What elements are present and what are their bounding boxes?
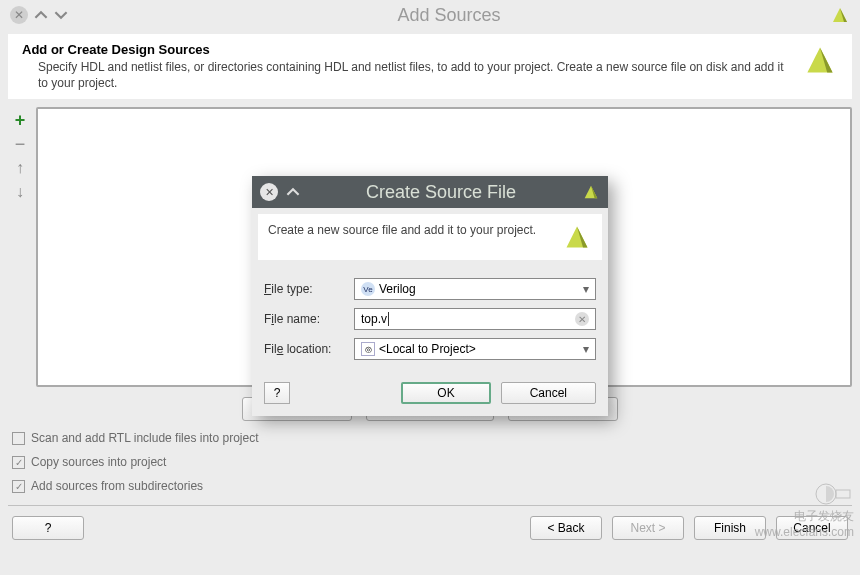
copy-checkbox-row[interactable]: ✓ Copy sources into project [12,455,848,469]
vendor-logo-icon [562,222,592,252]
watermark-line2: www.elecfans.com [755,525,854,539]
dropdown-arrow-icon: ▾ [583,342,589,356]
svg-rect-1 [836,490,850,498]
dropdown-arrow-icon: ▾ [583,282,589,296]
info-heading: Add or Create Design Sources [22,42,792,57]
footer-bar: ? < Back Next > Finish Cancel [0,506,860,550]
add-icon[interactable]: + [11,111,29,129]
file-name-value: top.v [361,312,389,326]
modal-title: Create Source File [308,182,574,203]
window-close-icon[interactable]: ✕ [10,6,28,24]
file-location-dropdown[interactable]: ◎ <Local to Project> ▾ [354,338,596,360]
chevron-up-icon[interactable] [34,8,48,22]
scan-checkbox-row[interactable]: Scan and add RTL include files into proj… [12,431,848,445]
app-logo-icon [830,5,850,25]
copy-label: Copy sources into project [31,455,166,469]
modal-close-icon[interactable]: ✕ [260,183,278,201]
next-button: Next > [612,516,684,540]
subdir-label: Add sources from subdirectories [31,479,203,493]
help-button[interactable]: ? [12,516,84,540]
title-bar: ✕ Add Sources [0,0,860,30]
file-type-value: Verilog [379,282,416,296]
vendor-logo-icon [582,183,600,201]
chevron-down-icon[interactable] [54,8,68,22]
vendor-logo-icon [802,42,838,78]
chevron-up-icon[interactable] [286,185,300,199]
file-type-label: File type: [264,282,354,296]
subdir-checkbox-row[interactable]: ✓ Add sources from subdirectories [12,479,848,493]
verilog-icon: Ve [361,282,375,296]
move-up-icon[interactable]: ↑ [11,159,29,177]
file-name-label: File name: [264,312,354,326]
remove-icon[interactable]: − [11,135,29,153]
create-source-modal: ✕ Create Source File Create a new source… [252,176,608,416]
watermark: 电子发烧友 www.elecfans.com [755,482,854,539]
modal-description: Create a new source file and add it to y… [268,222,562,252]
checkbox-checked-icon[interactable]: ✓ [12,480,25,493]
file-type-dropdown[interactable]: Ve Verilog ▾ [354,278,596,300]
modal-cancel-button[interactable]: Cancel [501,382,596,404]
folder-icon: ◎ [361,342,375,356]
modal-help-button[interactable]: ? [264,382,290,404]
ok-button[interactable]: OK [401,382,490,404]
file-name-input[interactable]: top.v ✕ [354,308,596,330]
back-button[interactable]: < Back [530,516,602,540]
scan-label: Scan and add RTL include files into proj… [31,431,258,445]
watermark-line1: 电子发烧友 [794,508,854,525]
info-panel: Add or Create Design Sources Specify HDL… [8,34,852,99]
window-title: Add Sources [68,5,830,26]
info-description: Specify HDL and netlist files, or direct… [22,59,792,91]
side-toolbar: + − ↑ ↓ [8,107,32,387]
checkbox-checked-icon[interactable]: ✓ [12,456,25,469]
file-location-value: <Local to Project> [379,342,476,356]
move-down-icon[interactable]: ↓ [11,183,29,201]
file-location-label: File location: [264,342,354,356]
checkbox-unchecked-icon[interactable] [12,432,25,445]
clear-icon[interactable]: ✕ [575,312,589,326]
